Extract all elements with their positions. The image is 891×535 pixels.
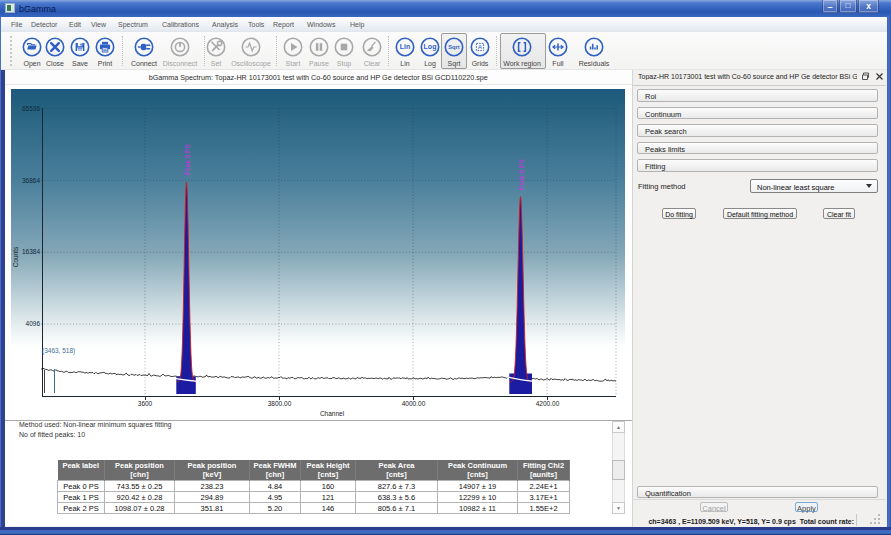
svg-text:4200.00: 4200.00 bbox=[536, 400, 560, 407]
svg-text:Counts: Counts bbox=[12, 246, 19, 267]
svg-text:Peak 9 PS: Peak 9 PS bbox=[184, 144, 191, 175]
svg-text:(3463, 518): (3463, 518) bbox=[42, 347, 75, 355]
svg-text:Sqrt: Sqrt bbox=[448, 44, 460, 50]
svg-text:A: A bbox=[478, 44, 482, 50]
svg-text:Channel: Channel bbox=[320, 410, 345, 417]
svg-text:4000.00: 4000.00 bbox=[402, 400, 426, 407]
svg-text:65536: 65536 bbox=[22, 105, 40, 112]
svg-text:Lin: Lin bbox=[400, 43, 411, 50]
svg-text:3800.00: 3800.00 bbox=[268, 400, 292, 407]
svg-text:4096: 4096 bbox=[26, 320, 41, 327]
svg-text:16384: 16384 bbox=[22, 248, 40, 255]
svg-text:3600: 3600 bbox=[138, 400, 153, 407]
svg-text:36864: 36864 bbox=[22, 177, 40, 184]
svg-text:Peak 9 PS: Peak 9 PS bbox=[518, 159, 525, 190]
